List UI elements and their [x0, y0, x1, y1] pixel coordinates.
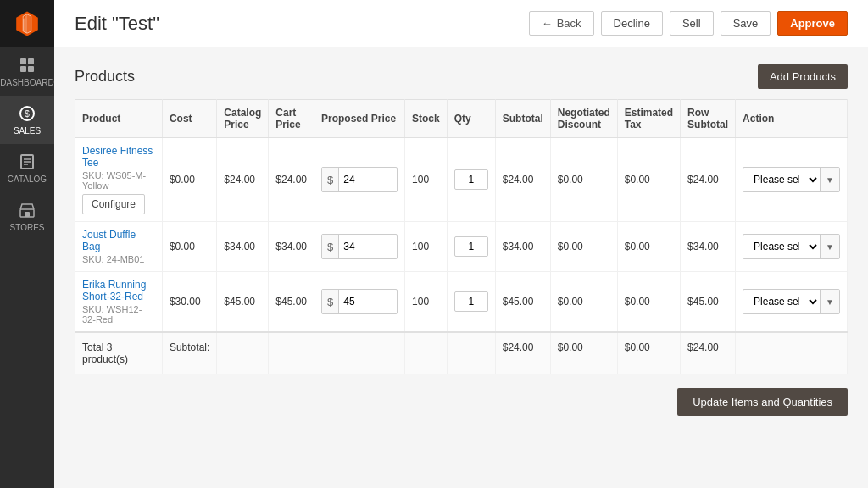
svg-rect-5 [20, 66, 26, 72]
product-sku: SKU: WS05-M-Yellow [82, 170, 155, 191]
approve-button[interactable]: Approve [777, 11, 848, 36]
back-button[interactable]: ← Back [529, 11, 594, 36]
sell-button[interactable]: Sell [670, 11, 714, 36]
proposed-price-input-wrap: $ [321, 167, 398, 192]
cart-price-cell: $34.00 [269, 222, 314, 272]
col-header-product: Product [75, 100, 163, 138]
table-row: Joust Duffle Bag SKU: 24-MB01 $0.00 $34.… [75, 222, 848, 272]
action-select[interactable]: Please sele [743, 169, 820, 190]
cost-cell: $0.00 [162, 222, 216, 272]
action-dropdown-button[interactable]: ▼ [820, 235, 839, 258]
table-row: Desiree Fitness Tee SKU: WS05-M-Yellow C… [75, 138, 848, 222]
negotiated-discount-cell: $0.00 [550, 138, 617, 222]
action-dropdown-button[interactable]: ▼ [820, 168, 839, 191]
dollar-sign: $ [322, 235, 339, 258]
cart-price-cell: $45.00 [269, 272, 314, 333]
page-header: Edit "Test" ← Back Decline Sell Save App… [54, 0, 868, 47]
qty-input[interactable] [454, 236, 488, 257]
subtotal-cell: $34.00 [495, 222, 550, 272]
product-sku: SKU: WSH12-32-Red [82, 304, 155, 324]
col-header-proposed-price: Proposed Price [314, 100, 405, 138]
back-arrow-icon: ← [542, 17, 553, 30]
estimated-tax-cell: $0.00 [617, 222, 680, 272]
catalog-price-cell: $45.00 [217, 272, 269, 333]
sidebar-item-catalog[interactable]: CATALOG [0, 144, 54, 192]
table-row: Erika Running Short-32-Red SKU: WSH12-32… [75, 272, 848, 333]
svg-text:$: $ [25, 109, 30, 119]
qty-input[interactable] [454, 169, 488, 190]
table-header-row: Product Cost CatalogPrice CartPrice Prop… [75, 100, 848, 138]
proposed-price-input[interactable] [339, 292, 386, 311]
stock-cell: 100 [405, 272, 448, 333]
update-items-button[interactable]: Update Items and Quantities [677, 388, 848, 416]
total-label: Total 3 product(s) [75, 332, 163, 374]
totals-row: Total 3 product(s) Subtotal: $24.00 $0.0… [75, 332, 848, 374]
estimated-tax-cell: $0.00 [617, 272, 680, 333]
proposed-price-input[interactable] [339, 170, 386, 189]
row-subtotal-cell: $34.00 [681, 222, 736, 272]
col-header-qty: Qty [447, 100, 495, 138]
sidebar-item-dashboard[interactable]: DASHBOARD [0, 47, 54, 96]
configure-button[interactable]: Configure [82, 194, 145, 214]
total-negotiated-discount: $0.00 [550, 332, 617, 374]
cost-cell: $0.00 [162, 138, 216, 222]
products-table: Product Cost CatalogPrice CartPrice Prop… [75, 99, 848, 374]
save-button[interactable]: Save [721, 11, 771, 36]
qty-input[interactable] [454, 291, 488, 312]
subtotal-cell: $24.00 [495, 138, 550, 222]
product-cell: Erika Running Short-32-Red SKU: WSH12-32… [75, 272, 163, 333]
negotiated-discount-cell: $0.00 [550, 272, 617, 333]
qty-cell [447, 222, 495, 272]
bottom-actions: Update Items and Quantities [75, 388, 848, 424]
col-header-cart-price: CartPrice [269, 100, 314, 138]
product-name-link[interactable]: Joust Duffle Bag [82, 229, 136, 252]
header-actions: ← Back Decline Sell Save Approve [529, 11, 848, 36]
sidebar: DASHBOARD $ SALES CATALOG [0, 0, 54, 488]
action-cell: Please sele ▼ [736, 272, 848, 333]
subtotal-cell: $45.00 [495, 272, 550, 333]
negotiated-discount-cell: $0.00 [550, 222, 617, 272]
main-content: Edit "Test" ← Back Decline Sell Save App… [54, 0, 868, 488]
sidebar-logo [0, 0, 54, 47]
catalog-icon [18, 152, 36, 171]
row-subtotal-cell: $24.00 [681, 138, 736, 222]
sidebar-item-sales[interactable]: $ SALES [0, 96, 54, 144]
product-cell: Desiree Fitness Tee SKU: WS05-M-Yellow C… [75, 138, 163, 222]
proposed-price-input[interactable] [339, 237, 386, 256]
product-name-link[interactable]: Erika Running Short-32-Red [82, 279, 146, 302]
svg-rect-14 [25, 212, 30, 217]
product-name-link[interactable]: Desiree Fitness Tee [82, 145, 153, 169]
stores-icon [18, 201, 36, 219]
col-header-catalog-price: CatalogPrice [217, 100, 269, 138]
row-subtotal-cell: $45.00 [681, 272, 736, 333]
sidebar-item-stores[interactable]: STORES [0, 192, 54, 241]
dollar-sign: $ [322, 168, 339, 191]
action-cell: Please sele ▼ [736, 138, 848, 222]
page-body: Products Add Products Product Cost Catal… [54, 47, 868, 488]
catalog-price-cell: $34.00 [217, 222, 269, 272]
proposed-price-cell: $ [314, 222, 405, 272]
decline-button[interactable]: Decline [601, 11, 663, 36]
svg-marker-2 [27, 14, 31, 33]
add-products-button[interactable]: Add Products [758, 64, 848, 89]
catalog-price-cell: $24.00 [217, 138, 269, 222]
col-header-estimated-tax: EstimatedTax [617, 100, 680, 138]
qty-cell [447, 272, 495, 333]
svg-rect-3 [20, 58, 26, 64]
action-select-wrap: Please sele ▼ [743, 234, 840, 259]
col-header-subtotal: Subtotal [495, 100, 550, 138]
col-header-action: Action [736, 100, 848, 138]
action-select[interactable]: Please sele [743, 291, 820, 312]
proposed-price-input-wrap: $ [321, 234, 398, 259]
svg-rect-4 [28, 58, 34, 64]
product-cell: Joust Duffle Bag SKU: 24-MB01 [75, 222, 163, 272]
action-select-wrap: Please sele ▼ [743, 289, 840, 314]
action-dropdown-button[interactable]: ▼ [820, 290, 839, 313]
dashboard-icon [18, 56, 36, 75]
sales-icon: $ [18, 104, 36, 123]
action-select[interactable]: Please sele [743, 236, 820, 257]
action-cell: Please sele ▼ [736, 222, 848, 272]
action-select-wrap: Please sele ▼ [743, 167, 840, 192]
sidebar-item-label: STORES [10, 223, 45, 232]
product-sku: SKU: 24-MB01 [82, 254, 155, 264]
